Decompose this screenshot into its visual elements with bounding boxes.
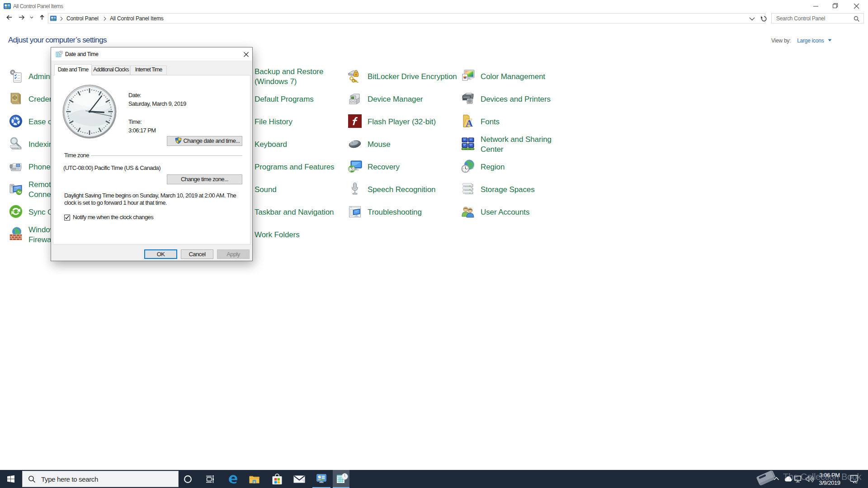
svg-text:A: A bbox=[466, 117, 473, 128]
